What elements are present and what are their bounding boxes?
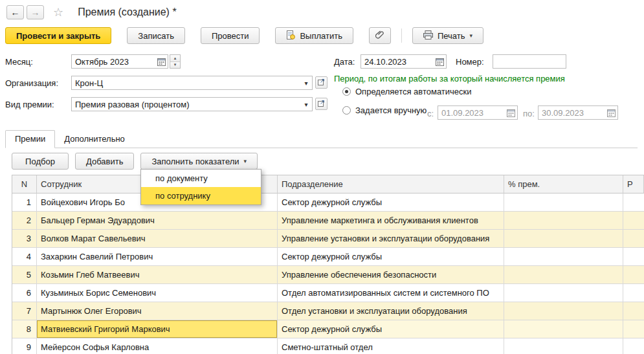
cell-employee[interactable]: Мейерсон Софья Карловна	[37, 338, 278, 354]
cell-number[interactable]: 1	[12, 194, 37, 212]
post-button[interactable]: Провести	[201, 27, 260, 44]
cell-department[interactable]: Сметно-штатный отдел	[278, 338, 504, 354]
cell-percent[interactable]	[504, 212, 623, 230]
calendar-icon[interactable]	[433, 55, 446, 68]
add-button[interactable]: Добавить	[75, 153, 134, 170]
cell-number[interactable]: 8	[12, 320, 37, 338]
table-row[interactable]: 1Войцехович Игорь БоСектор дежурной служ…	[12, 194, 644, 212]
table-row[interactable]: 8Матвиевский Григорий МарковичСектор деж…	[12, 320, 644, 338]
cell-extra[interactable]	[623, 266, 644, 284]
cell-department[interactable]: Сектор дежурной службы	[278, 248, 504, 266]
cell-department[interactable]: Сектор дежурной службы	[278, 320, 504, 338]
cell-department[interactable]: Управление маркетинга и обслуживания кли…	[278, 212, 504, 230]
chevron-down-icon[interactable]: ▾	[300, 101, 312, 108]
table-row[interactable]: 9Мейерсон Софья КарловнаСметно-штатный о…	[12, 338, 644, 354]
favorites-star-icon[interactable]: ☆	[53, 5, 63, 19]
cell-department[interactable]: Управление установки и эксплуатации обор…	[278, 230, 504, 248]
cell-employee[interactable]: Кузьминых Борис Семенович	[37, 284, 278, 302]
month-label: Месяц:	[5, 57, 33, 67]
cell-number[interactable]: 5	[12, 266, 37, 284]
open-form-icon	[318, 78, 325, 87]
cell-extra[interactable]	[623, 338, 644, 354]
cell-number[interactable]: 4	[12, 248, 37, 266]
cell-percent[interactable]	[504, 320, 623, 338]
cell-department[interactable]: Отдел установки и эксплуатации оборудова…	[278, 302, 504, 320]
cell-percent[interactable]	[504, 338, 623, 354]
attachment-button[interactable]	[369, 27, 391, 44]
calendar-icon[interactable]	[605, 106, 617, 119]
fill-indicators-button[interactable]: Заполнить показатели ▾	[140, 153, 258, 170]
period-from-field[interactable]: 01.09.2023	[438, 105, 518, 120]
tab-1[interactable]: Дополнительно	[55, 131, 134, 148]
cell-employee[interactable]: Бальцер Герман Эдуардович	[37, 212, 278, 230]
cell-extra[interactable]	[623, 320, 644, 338]
print-button[interactable]: Печать ▾	[412, 27, 483, 44]
back-button[interactable]: ←	[6, 5, 24, 19]
radio-selected-icon	[342, 87, 351, 96]
table-row[interactable]: 4Захаркин Савелий ПетровичСектор дежурно…	[12, 248, 644, 266]
write-button[interactable]: Записать	[127, 27, 185, 44]
period-from-value: 01.09.2023	[441, 108, 504, 118]
period-to-field[interactable]: 30.09.2023	[538, 105, 618, 120]
table-row[interactable]: 7Мартынюк Олег ЕгоровичОтдел установки и…	[12, 302, 644, 320]
cell-percent[interactable]	[504, 266, 623, 284]
month-spinner[interactable]: ▴ ▾	[170, 54, 181, 69]
pick-button[interactable]: Подбор	[12, 153, 69, 170]
cell-number[interactable]: 3	[12, 230, 37, 248]
cell-employee[interactable]: Захаркин Савелий Петрович	[37, 248, 278, 266]
date-field[interactable]: 24.10.2023	[361, 54, 447, 69]
cell-percent[interactable]	[504, 248, 623, 266]
bonus-type-open-button[interactable]	[315, 98, 328, 110]
cell-percent[interactable]	[504, 284, 623, 302]
cell-employee[interactable]: Волков Марат Савельевич	[37, 230, 278, 248]
cell-department[interactable]: Сектор дежурной службы	[278, 194, 504, 212]
cell-number[interactable]: 9	[12, 338, 37, 354]
cell-percent[interactable]	[504, 302, 623, 320]
cell-number[interactable]: 7	[12, 302, 37, 320]
cell-extra[interactable]	[623, 212, 644, 230]
spinner-down-icon[interactable]: ▾	[170, 62, 180, 69]
number-field[interactable]	[493, 54, 566, 69]
table-command-bar: Подбор Добавить Заполнить показатели ▾	[12, 153, 258, 170]
fill-menu-item-0[interactable]: по документу	[141, 170, 261, 187]
cell-employee[interactable]: Матвиевский Григорий Маркович	[37, 320, 278, 338]
table-row[interactable]: 5Козьмин Глеб МатвеевичУправление обеспе…	[12, 266, 644, 284]
radio-period-manual[interactable]: Задается вручную	[342, 105, 427, 115]
cell-extra[interactable]	[623, 230, 644, 248]
table-row[interactable]: 6Кузьминых Борис СеменовичОтдел автомати…	[12, 284, 644, 302]
table-body: 1Войцехович Игорь БоСектор дежурной служ…	[12, 194, 644, 354]
cell-number[interactable]: 6	[12, 284, 37, 302]
calendar-icon[interactable]	[504, 106, 517, 119]
cell-employee[interactable]: Мартынюк Олег Егорович	[37, 302, 278, 320]
table-row[interactable]: 2Бальцер Герман ЭдуардовичУправление мар…	[12, 212, 644, 230]
cell-percent[interactable]	[504, 194, 623, 212]
bonus-type-field[interactable]: Премия разовая (процентом) ▾	[71, 97, 313, 111]
calendar-icon[interactable]	[155, 55, 168, 68]
period-to-label: по:	[523, 109, 535, 118]
spinner-up-icon[interactable]: ▴	[170, 55, 180, 62]
forward-button[interactable]: →	[27, 5, 44, 19]
cell-extra[interactable]	[623, 248, 644, 266]
organization-open-button[interactable]	[315, 76, 328, 89]
cell-extra[interactable]	[623, 194, 644, 212]
fill-menu-item-1[interactable]: по сотруднику	[141, 187, 261, 205]
pay-button[interactable]: Выплатить	[275, 27, 353, 44]
cell-extra[interactable]	[623, 302, 644, 320]
cell-extra[interactable]	[623, 284, 644, 302]
chevron-down-icon: ▾	[244, 158, 247, 164]
post-and-close-button[interactable]: Провести и закрыть	[5, 27, 111, 44]
cell-department[interactable]: Управление обеспечения безопасности	[278, 266, 504, 284]
cell-number[interactable]: 2	[12, 212, 37, 230]
radio-period-auto[interactable]: Определяется автоматически	[342, 87, 472, 96]
chevron-down-icon[interactable]: ▾	[300, 80, 312, 87]
bonus-type-label: Вид премии:	[5, 100, 54, 109]
column-header: N	[12, 175, 37, 194]
organization-field[interactable]: Крон-Ц ▾	[71, 76, 313, 90]
organization-value: Крон-Ц	[75, 78, 300, 88]
cell-percent[interactable]	[504, 230, 623, 248]
cell-employee[interactable]: Козьмин Глеб Матвеевич	[37, 266, 278, 284]
cell-department[interactable]: Отдел автоматизированных систем и систем…	[278, 284, 504, 302]
month-field[interactable]: Октябрь 2023	[71, 54, 168, 69]
table-row[interactable]: 3Волков Марат СавельевичУправление устан…	[12, 230, 644, 248]
tab-0[interactable]: Премии	[5, 130, 55, 148]
